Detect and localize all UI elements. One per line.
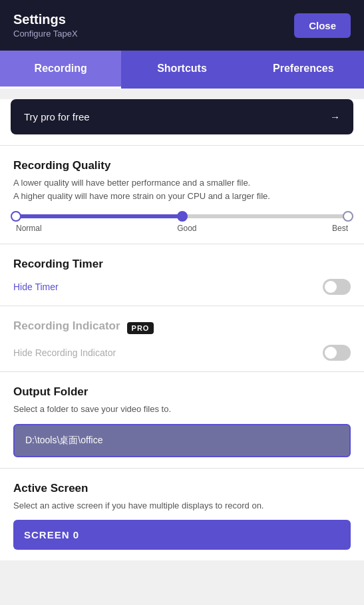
main-content: Try pro for free → Recording Quality A l… (0, 99, 364, 560)
output-folder-title: Output Folder (13, 385, 351, 399)
hide-timer-toggle[interactable] (323, 279, 351, 295)
app-title: Settings (13, 12, 78, 27)
slider-label-good: Good (177, 224, 196, 233)
tab-shortcuts[interactable]: Shortcuts (121, 51, 242, 89)
recording-timer-title: Recording Timer (13, 258, 351, 271)
app-subtitle: Configure TapeX (13, 29, 78, 39)
hide-indicator-toggle-knob (325, 347, 337, 359)
tab-bar: Recording Shortcuts Preferences (0, 51, 364, 89)
header-title-block: Settings Configure TapeX (13, 12, 78, 39)
quality-slider-track[interactable] (16, 214, 348, 218)
hide-indicator-label: Hide Recording Indicator (13, 347, 116, 358)
pro-banner[interactable]: Try pro for free → (11, 99, 353, 134)
quality-slider-fill (16, 214, 182, 218)
recording-quality-desc2: A higher quality will have more strain o… (13, 190, 351, 203)
tab-preferences[interactable]: Preferences (243, 51, 364, 89)
app-header: Settings Configure TapeX Close (0, 0, 364, 51)
pro-banner-arrow: → (330, 111, 340, 122)
hide-indicator-toggle[interactable] (323, 345, 351, 361)
tab-recording[interactable]: Recording (0, 51, 121, 89)
recording-timer-section: Recording Timer Hide Timer (0, 244, 364, 306)
recording-timer-toggle-row: Hide Timer (13, 279, 351, 295)
slider-label-normal: Normal (16, 224, 42, 233)
recording-indicator-toggle-row: Hide Recording Indicator (13, 345, 351, 361)
active-screen-section: Active Screen Select an active screen if… (0, 469, 364, 561)
quality-slider-labels: Normal Good Best (16, 224, 348, 233)
active-screen-desc: Select an active screen if you have mult… (13, 499, 351, 512)
close-button[interactable]: Close (294, 13, 351, 38)
recording-quality-section: Recording Quality A lower quality will h… (0, 146, 364, 244)
output-folder-path[interactable]: D:\tools\桌面\office (13, 424, 351, 457)
hide-timer-toggle-knob (325, 281, 337, 293)
recording-indicator-section: Recording Indicator PRO Hide Recording I… (0, 306, 364, 372)
recording-quality-title: Recording Quality (13, 159, 351, 172)
recording-indicator-title: Recording Indicator (13, 319, 120, 333)
screen-selector[interactable]: SCREEN 0 (13, 520, 351, 550)
recording-quality-desc1: A lower quality will have better perform… (13, 176, 351, 190)
output-folder-section: Output Folder Select a folder to save yo… (0, 372, 364, 469)
slider-label-best: Best (332, 224, 348, 233)
pro-banner-text: Try pro for free (24, 111, 90, 122)
output-folder-desc: Select a folder to save your video files… (13, 403, 351, 416)
pro-badge: PRO (127, 322, 154, 334)
active-screen-title: Active Screen (13, 482, 351, 495)
quality-slider-thumb-left (11, 211, 21, 222)
recording-indicator-title-row: Recording Indicator PRO (13, 319, 351, 337)
quality-slider-thumb-right (343, 211, 353, 222)
quality-slider-thumb-mid[interactable] (177, 211, 188, 222)
hide-timer-label: Hide Timer (13, 282, 59, 292)
quality-slider-container: Normal Good Best (13, 214, 351, 233)
